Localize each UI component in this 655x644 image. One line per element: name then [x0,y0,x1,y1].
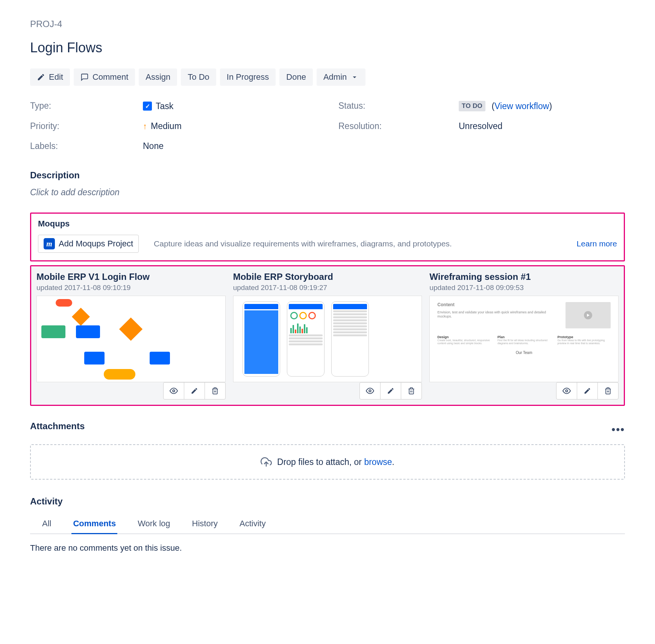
delete-project-button[interactable] [597,382,619,399]
delete-project-button[interactable] [205,382,226,399]
learn-more-link[interactable]: Learn more [577,239,617,248]
add-moqups-button[interactable]: m Add Moqups Project [38,235,139,253]
no-comments-text: There are no comments yet on this issue. [30,543,625,553]
trash-icon [604,387,612,395]
project-title: Mobile ERP V1 Login Flow [36,272,226,282]
comment-icon [80,73,89,81]
status-value: TO DO (View workflow) [459,101,625,111]
labels-label: Labels: [30,141,143,151]
project-title: Mobile ERP Storyboard [233,272,422,282]
svg-point-6 [566,390,568,392]
project-updated: updated 2017-11-08 09:19:27 [233,284,422,292]
comment-label: Comment [92,72,128,82]
dropzone-text: Drop files to attach, or [277,457,364,467]
todo-button[interactable]: To Do [181,68,216,86]
toolbar: Edit Comment Assign To Do In Progress Do… [30,68,625,86]
tab-comments[interactable]: Comments [71,514,117,534]
projects-panel: Mobile ERP V1 Login Flow updated 2017-11… [30,265,625,406]
edit-project-button[interactable] [577,382,598,399]
priority-label: Priority: [30,121,143,131]
description-heading: Description [30,170,625,181]
browse-link[interactable]: browse [364,457,392,467]
svg-point-3 [369,390,371,392]
tab-work-log[interactable]: Work log [136,514,171,534]
play-icon [584,311,592,319]
comment-button[interactable]: Comment [74,68,135,86]
priority-value: ↑ Medium [143,121,338,131]
chevron-down-icon [350,73,359,81]
edit-project-button[interactable] [184,382,205,399]
project-card: Wireframing session #1 updated 2017-11-0… [429,272,619,399]
eye-icon [366,387,374,395]
tab-all[interactable]: All [41,514,53,534]
type-label: Type: [30,101,143,111]
eye-icon [170,387,178,395]
project-thumbnail[interactable] [233,296,422,382]
assign-button[interactable]: Assign [139,68,177,86]
issue-key[interactable]: PROJ-4 [30,19,625,29]
trash-icon [211,387,219,395]
pencil-icon [584,387,591,395]
project-updated: updated 2017-11-08 09:10:19 [36,284,226,292]
moqups-hint: Capture ideas and visualize requirements… [154,239,562,248]
status-label: Status: [338,101,459,111]
done-button[interactable]: Done [279,68,313,86]
view-button[interactable] [359,382,381,399]
moqups-heading: Moqups [38,219,617,229]
tab-history[interactable]: History [191,514,219,534]
attachments-dropzone[interactable]: Drop files to attach, or browse. [30,444,625,480]
priority-arrow-icon: ↑ [143,122,147,131]
resolution-value: Unresolved [459,121,625,131]
labels-value: None [143,141,338,151]
project-card: Mobile ERP V1 Login Flow updated 2017-11… [36,272,226,399]
in-progress-button[interactable]: In Progress [220,68,276,86]
card-actions [233,382,422,399]
moqups-panel: Moqups m Add Moqups Project Capture idea… [30,213,625,261]
project-updated: updated 2017-11-08 09:09:53 [429,284,619,292]
project-card: Mobile ERP Storyboard updated 2017-11-08… [233,272,422,399]
attachments-section: Attachments ••• Drop files to attach, or… [30,421,625,480]
card-actions [36,382,226,399]
more-actions-button[interactable]: ••• [612,424,625,436]
pencil-icon [191,387,198,395]
eye-icon [563,387,571,395]
resolution-label: Resolution: [338,121,459,131]
activity-heading: Activity [30,496,625,507]
project-title: Wireframing session #1 [429,272,619,282]
card-actions [429,382,619,399]
task-icon [143,102,152,111]
tab-activity[interactable]: Activity [238,514,267,534]
issue-title: Login Flows [30,40,625,56]
project-thumbnail[interactable] [36,296,226,382]
project-thumbnail[interactable]: Content Envision, test and validate your… [429,296,619,382]
details-grid: Type: Task Status: TO DO (View workflow)… [30,101,625,151]
status-lozenge: TO DO [459,101,485,111]
svg-point-0 [173,390,175,392]
admin-button[interactable]: Admin [317,68,365,86]
view-button[interactable] [163,382,184,399]
delete-project-button[interactable] [401,382,422,399]
activity-section: Activity All Comments Work log History A… [30,496,625,553]
type-value: Task [143,101,338,111]
view-button[interactable] [556,382,577,399]
view-workflow-link[interactable]: View workflow [494,101,549,111]
activity-tabs: All Comments Work log History Activity [30,514,625,534]
edit-button[interactable]: Edit [30,68,70,86]
pencil-icon [387,387,394,395]
edit-label: Edit [49,72,63,82]
upload-cloud-icon [261,456,272,468]
description-placeholder[interactable]: Click to add description [30,187,625,197]
attachments-heading: Attachments [30,421,85,431]
moqups-logo-icon: m [44,238,55,249]
trash-icon [408,387,415,395]
pencil-icon [37,73,45,81]
edit-project-button[interactable] [380,382,401,399]
